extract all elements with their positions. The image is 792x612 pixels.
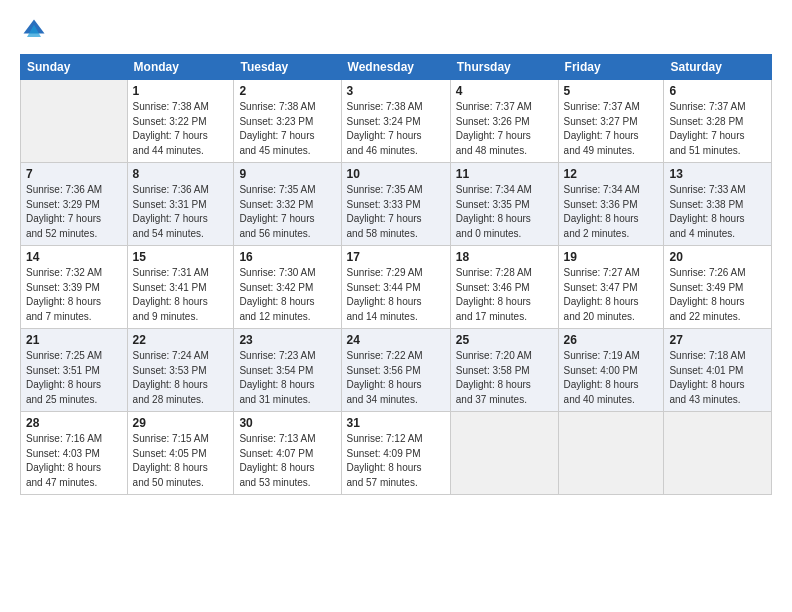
calendar-cell (21, 80, 128, 163)
logo (20, 16, 52, 44)
day-info: Sunrise: 7:31 AM Sunset: 3:41 PM Dayligh… (133, 266, 229, 324)
day-info: Sunrise: 7:35 AM Sunset: 3:33 PM Dayligh… (347, 183, 445, 241)
day-number: 18 (456, 250, 553, 264)
calendar-cell: 21Sunrise: 7:25 AM Sunset: 3:51 PM Dayli… (21, 329, 128, 412)
day-info: Sunrise: 7:38 AM Sunset: 3:23 PM Dayligh… (239, 100, 335, 158)
day-info: Sunrise: 7:35 AM Sunset: 3:32 PM Dayligh… (239, 183, 335, 241)
day-number: 3 (347, 84, 445, 98)
day-info: Sunrise: 7:20 AM Sunset: 3:58 PM Dayligh… (456, 349, 553, 407)
calendar-cell: 19Sunrise: 7:27 AM Sunset: 3:47 PM Dayli… (558, 246, 664, 329)
calendar-cell: 18Sunrise: 7:28 AM Sunset: 3:46 PM Dayli… (450, 246, 558, 329)
calendar-cell: 13Sunrise: 7:33 AM Sunset: 3:38 PM Dayli… (664, 163, 772, 246)
weekday-header-row: SundayMondayTuesdayWednesdayThursdayFrid… (21, 55, 772, 80)
day-info: Sunrise: 7:15 AM Sunset: 4:05 PM Dayligh… (133, 432, 229, 490)
calendar-cell (450, 412, 558, 495)
week-row-3: 14Sunrise: 7:32 AM Sunset: 3:39 PM Dayli… (21, 246, 772, 329)
calendar-cell: 28Sunrise: 7:16 AM Sunset: 4:03 PM Dayli… (21, 412, 128, 495)
day-number: 7 (26, 167, 122, 181)
day-number: 30 (239, 416, 335, 430)
day-info: Sunrise: 7:37 AM Sunset: 3:28 PM Dayligh… (669, 100, 766, 158)
day-number: 17 (347, 250, 445, 264)
day-number: 28 (26, 416, 122, 430)
day-number: 10 (347, 167, 445, 181)
calendar-cell: 15Sunrise: 7:31 AM Sunset: 3:41 PM Dayli… (127, 246, 234, 329)
day-number: 13 (669, 167, 766, 181)
day-number: 19 (564, 250, 659, 264)
day-number: 2 (239, 84, 335, 98)
logo-icon (20, 16, 48, 44)
day-number: 27 (669, 333, 766, 347)
day-number: 9 (239, 167, 335, 181)
day-info: Sunrise: 7:13 AM Sunset: 4:07 PM Dayligh… (239, 432, 335, 490)
calendar-cell: 27Sunrise: 7:18 AM Sunset: 4:01 PM Dayli… (664, 329, 772, 412)
week-row-5: 28Sunrise: 7:16 AM Sunset: 4:03 PM Dayli… (21, 412, 772, 495)
weekday-header-monday: Monday (127, 55, 234, 80)
day-number: 31 (347, 416, 445, 430)
calendar-cell: 1Sunrise: 7:38 AM Sunset: 3:22 PM Daylig… (127, 80, 234, 163)
calendar-cell: 10Sunrise: 7:35 AM Sunset: 3:33 PM Dayli… (341, 163, 450, 246)
day-info: Sunrise: 7:37 AM Sunset: 3:26 PM Dayligh… (456, 100, 553, 158)
weekday-header-friday: Friday (558, 55, 664, 80)
weekday-header-wednesday: Wednesday (341, 55, 450, 80)
calendar-cell: 17Sunrise: 7:29 AM Sunset: 3:44 PM Dayli… (341, 246, 450, 329)
calendar-cell: 2Sunrise: 7:38 AM Sunset: 3:23 PM Daylig… (234, 80, 341, 163)
weekday-header-sunday: Sunday (21, 55, 128, 80)
day-number: 23 (239, 333, 335, 347)
day-info: Sunrise: 7:24 AM Sunset: 3:53 PM Dayligh… (133, 349, 229, 407)
calendar-cell: 8Sunrise: 7:36 AM Sunset: 3:31 PM Daylig… (127, 163, 234, 246)
calendar-cell: 25Sunrise: 7:20 AM Sunset: 3:58 PM Dayli… (450, 329, 558, 412)
day-number: 22 (133, 333, 229, 347)
day-number: 21 (26, 333, 122, 347)
day-number: 15 (133, 250, 229, 264)
calendar-cell: 24Sunrise: 7:22 AM Sunset: 3:56 PM Dayli… (341, 329, 450, 412)
calendar-cell: 26Sunrise: 7:19 AM Sunset: 4:00 PM Dayli… (558, 329, 664, 412)
calendar-cell: 16Sunrise: 7:30 AM Sunset: 3:42 PM Dayli… (234, 246, 341, 329)
day-number: 6 (669, 84, 766, 98)
day-info: Sunrise: 7:22 AM Sunset: 3:56 PM Dayligh… (347, 349, 445, 407)
day-number: 24 (347, 333, 445, 347)
day-number: 12 (564, 167, 659, 181)
calendar-cell: 22Sunrise: 7:24 AM Sunset: 3:53 PM Dayli… (127, 329, 234, 412)
day-info: Sunrise: 7:37 AM Sunset: 3:27 PM Dayligh… (564, 100, 659, 158)
weekday-header-tuesday: Tuesday (234, 55, 341, 80)
header (20, 16, 772, 44)
day-number: 14 (26, 250, 122, 264)
day-info: Sunrise: 7:28 AM Sunset: 3:46 PM Dayligh… (456, 266, 553, 324)
day-info: Sunrise: 7:38 AM Sunset: 3:22 PM Dayligh… (133, 100, 229, 158)
day-number: 4 (456, 84, 553, 98)
day-info: Sunrise: 7:29 AM Sunset: 3:44 PM Dayligh… (347, 266, 445, 324)
calendar-cell: 3Sunrise: 7:38 AM Sunset: 3:24 PM Daylig… (341, 80, 450, 163)
day-info: Sunrise: 7:34 AM Sunset: 3:35 PM Dayligh… (456, 183, 553, 241)
week-row-1: 1Sunrise: 7:38 AM Sunset: 3:22 PM Daylig… (21, 80, 772, 163)
day-info: Sunrise: 7:33 AM Sunset: 3:38 PM Dayligh… (669, 183, 766, 241)
calendar-cell: 31Sunrise: 7:12 AM Sunset: 4:09 PM Dayli… (341, 412, 450, 495)
day-info: Sunrise: 7:25 AM Sunset: 3:51 PM Dayligh… (26, 349, 122, 407)
calendar-cell: 30Sunrise: 7:13 AM Sunset: 4:07 PM Dayli… (234, 412, 341, 495)
day-number: 1 (133, 84, 229, 98)
day-number: 16 (239, 250, 335, 264)
day-info: Sunrise: 7:12 AM Sunset: 4:09 PM Dayligh… (347, 432, 445, 490)
day-info: Sunrise: 7:18 AM Sunset: 4:01 PM Dayligh… (669, 349, 766, 407)
calendar: SundayMondayTuesdayWednesdayThursdayFrid… (20, 54, 772, 495)
day-number: 20 (669, 250, 766, 264)
calendar-cell: 29Sunrise: 7:15 AM Sunset: 4:05 PM Dayli… (127, 412, 234, 495)
calendar-cell: 20Sunrise: 7:26 AM Sunset: 3:49 PM Dayli… (664, 246, 772, 329)
day-number: 11 (456, 167, 553, 181)
day-info: Sunrise: 7:16 AM Sunset: 4:03 PM Dayligh… (26, 432, 122, 490)
day-info: Sunrise: 7:36 AM Sunset: 3:31 PM Dayligh… (133, 183, 229, 241)
calendar-cell: 5Sunrise: 7:37 AM Sunset: 3:27 PM Daylig… (558, 80, 664, 163)
day-number: 5 (564, 84, 659, 98)
day-info: Sunrise: 7:34 AM Sunset: 3:36 PM Dayligh… (564, 183, 659, 241)
calendar-cell: 12Sunrise: 7:34 AM Sunset: 3:36 PM Dayli… (558, 163, 664, 246)
calendar-cell: 14Sunrise: 7:32 AM Sunset: 3:39 PM Dayli… (21, 246, 128, 329)
calendar-cell (558, 412, 664, 495)
calendar-cell: 6Sunrise: 7:37 AM Sunset: 3:28 PM Daylig… (664, 80, 772, 163)
page: SundayMondayTuesdayWednesdayThursdayFrid… (0, 0, 792, 612)
weekday-header-thursday: Thursday (450, 55, 558, 80)
calendar-cell: 9Sunrise: 7:35 AM Sunset: 3:32 PM Daylig… (234, 163, 341, 246)
calendar-cell: 23Sunrise: 7:23 AM Sunset: 3:54 PM Dayli… (234, 329, 341, 412)
week-row-2: 7Sunrise: 7:36 AM Sunset: 3:29 PM Daylig… (21, 163, 772, 246)
day-info: Sunrise: 7:38 AM Sunset: 3:24 PM Dayligh… (347, 100, 445, 158)
day-info: Sunrise: 7:23 AM Sunset: 3:54 PM Dayligh… (239, 349, 335, 407)
day-info: Sunrise: 7:32 AM Sunset: 3:39 PM Dayligh… (26, 266, 122, 324)
